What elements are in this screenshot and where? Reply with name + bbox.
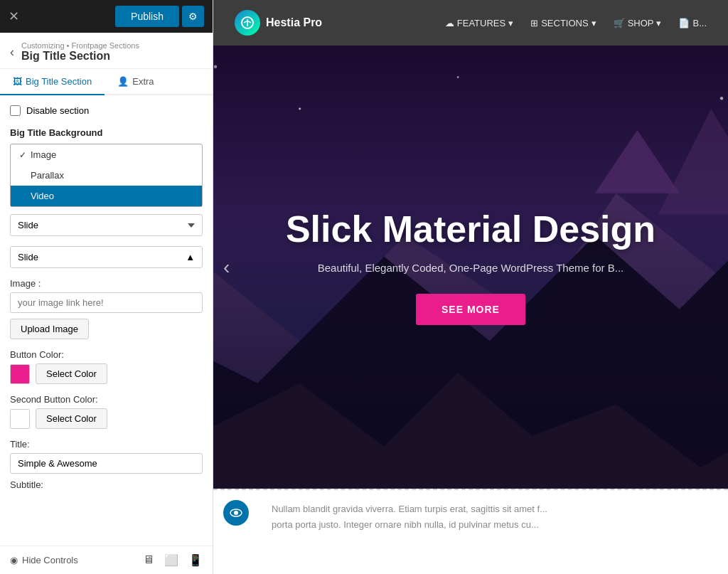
second-color-picker-row: Select Color [10,408,203,429]
disable-section-label: Disable section [26,105,89,116]
top-bar: ✕ Publish ⚙ [0,0,213,33]
eye-off-icon: ◉ [10,555,18,565]
page-icon: 📄 [678,18,690,28]
left-panel: ✕ Publish ⚙ ‹ Customizing • Frontpage Se… [0,0,213,574]
button-color-picker-row: Select Color [10,363,203,384]
panel-content: Disable section Big Title Background ✓ I… [0,95,213,546]
check-icon: ✓ [19,150,26,160]
person-icon: 👤 [117,76,129,87]
second-select-color-button[interactable]: Select Color [36,408,107,429]
chevron-down-icon3: ▾ [656,18,661,28]
site-nav-links: ☁ FEATURES ▾ ⊞ SECTIONS ▾ 🛒 SHOP ▾ 📄 B..… [445,18,707,28]
nav-shop[interactable]: 🛒 SHOP ▾ [614,18,662,28]
tabs-bar: 🖼 Big Title Section 👤 Extra [0,69,213,95]
chevron-down-icon: ▾ [508,18,513,28]
svg-point-10 [457,76,459,78]
right-preview: Hestia Pro ☁ FEATURES ▾ ⊞ SECTIONS ▾ 🛒 S… [213,0,728,574]
hero-section: ‹ Slick Material Design Beautiful, Elega… [213,46,728,489]
site-logo-text: Hestia Pro [266,16,322,29]
button-color-label: Button Color: [10,349,203,360]
second-button-color-swatch[interactable] [10,409,30,429]
bg-section-label: Big Title Background [10,127,203,138]
cart-icon: 🛒 [614,18,625,28]
slide-select[interactable]: Slide [10,214,203,236]
dropdown-open-list: ✓ Image ✓ Parallax ✓ Video [10,144,203,207]
close-icon[interactable]: ✕ [9,9,19,24]
logo-icon [235,10,260,36]
breadcrumb: Customizing • Frontpage Sections [21,41,139,50]
site-logo: Hestia Pro [235,10,322,36]
second-button-color-label: Second Button Color: [10,394,203,405]
title-field-label: Title: [10,439,203,450]
slide-section-header[interactable]: Slide ▲ [10,246,203,268]
nav-features[interactable]: ☁ FEATURES ▾ [445,18,513,28]
panel-title: Big Title Section [21,50,139,63]
tab-big-title[interactable]: 🖼 Big Title Section [0,69,105,95]
dropdown-option-image[interactable]: ✓ Image [11,144,202,165]
site-nav: Hestia Pro ☁ FEATURES ▾ ⊞ SECTIONS ▾ 🛒 S… [213,0,728,46]
tablet-view-icon[interactable]: ⬜ [164,553,178,567]
prev-arrow[interactable]: ‹ [223,256,230,279]
desktop-view-icon[interactable]: 🖥 [143,553,154,567]
publish-button[interactable]: Publish [115,6,179,27]
title-input[interactable] [10,453,203,474]
image-field-label: Image : [10,278,203,289]
mobile-view-icon[interactable]: 📱 [188,553,203,567]
bottom-bar: ◉ Hide Controls 🖥 ⬜ 📱 [0,546,213,574]
image-url-input[interactable] [10,292,203,313]
subtitle-field-group: Subtitle: [10,479,203,490]
subtitle-field-label: Subtitle: [10,479,203,490]
image-field-group: Image : Upload Image [10,278,203,349]
grid-icon: ⊞ [530,18,538,28]
second-button-color-group: Second Button Color: Select Color [10,394,203,429]
chevron-down-icon2: ▾ [592,18,596,28]
button-color-swatch[interactable] [10,364,30,384]
nav-sections[interactable]: ⊞ SECTIONS ▾ [530,18,596,28]
breadcrumb-bar: ‹ Customizing • Frontpage Sections Big T… [0,33,213,69]
nav-b[interactable]: 📄 B... [678,18,707,28]
disable-section-checkbox[interactable] [10,105,21,116]
svg-point-11 [720,97,723,100]
slide-dropdown-container: Slide [10,214,203,246]
svg-point-9 [299,108,301,110]
see-more-button[interactable]: SEE MORE [416,294,525,325]
svg-point-8 [214,65,217,68]
dropdown-option-video[interactable]: ✓ Video [11,186,202,206]
hero-title: Slick Material Design [286,209,655,250]
disable-section-row: Disable section [10,105,203,116]
hero-content: Slick Material Design Beautiful, Elegant… [257,209,684,324]
hero-subtitle: Beautiful, Elegantly Coded, One-Page Wor… [286,262,655,274]
title-field-group: Title: [10,439,203,479]
button-color-group: Button Color: Select Color [10,349,203,384]
tab-extra[interactable]: 👤 Extra [105,69,166,94]
image-icon: 🖼 [13,76,22,87]
back-arrow[interactable]: ‹ [10,45,14,60]
chevron-up-icon: ▲ [186,252,195,262]
background-dropdown: ✓ Image ✓ Parallax ✓ Video [10,144,203,207]
below-hero-section: Nullam blandit gravida viverra. Etiam tu… [213,489,728,574]
dropdown-option-parallax[interactable]: ✓ Parallax [11,165,202,186]
below-section-text: Nullam blandit gravida viverra. Etiam tu… [230,501,547,533]
button-select-color-button[interactable]: Select Color [36,363,107,384]
gear-button[interactable]: ⚙ [182,6,204,27]
view-icons: 🖥 ⬜ 📱 [143,553,203,567]
visibility-toggle[interactable] [223,500,249,526]
svg-point-14 [234,511,238,515]
cloud-icon: ☁ [445,18,454,28]
upload-image-button[interactable]: Upload Image [10,319,89,339]
hide-controls-button[interactable]: ◉ Hide Controls [10,555,78,565]
